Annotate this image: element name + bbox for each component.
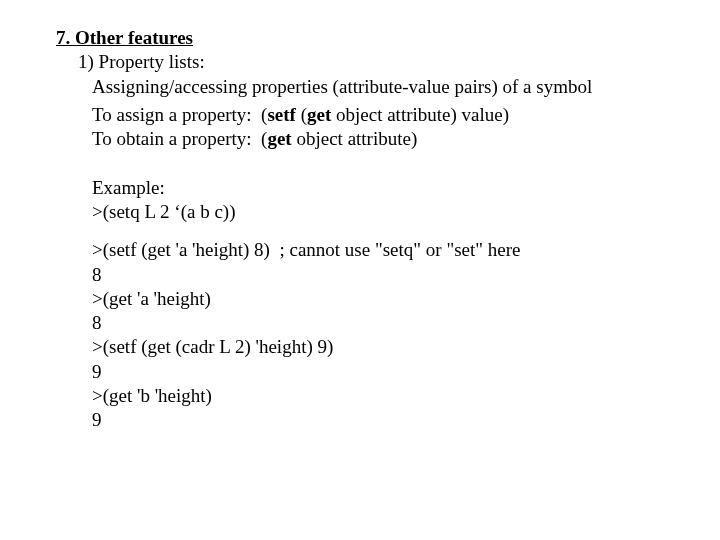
item-title: 1) Property lists: [56, 50, 720, 74]
example-l6: >(setf (get (cadr L 2) 'height) 9) [56, 335, 720, 359]
assign-line: To assign a property: (setf (get object … [56, 103, 720, 127]
obtain-suffix: object attribute) [292, 128, 418, 149]
assign-prefix: To assign a property: ( [92, 104, 267, 125]
assign-mid: ( [296, 104, 307, 125]
obtain-get: get [267, 128, 291, 149]
example-l4: >(get 'a 'height) [56, 287, 720, 311]
example-l9: 9 [56, 408, 720, 432]
page-body: 7. Other features 1) Property lists: Ass… [0, 0, 720, 433]
item-desc: Assigning/accessing properties (attribut… [56, 75, 720, 99]
example-l7: 9 [56, 360, 720, 384]
example-label: Example: [56, 176, 720, 200]
obtain-line: To obtain a property: (get object attrib… [56, 127, 720, 151]
example-l1: >(setq L 2 ‘(a b c)) [56, 200, 720, 224]
section-heading-text: 7. Other features [56, 27, 193, 48]
section-heading: 7. Other features [56, 26, 720, 50]
assign-get: get [307, 104, 331, 125]
obtain-prefix: To obtain a property: ( [92, 128, 267, 149]
assign-setf: setf [267, 104, 295, 125]
assign-suffix: object attribute) value) [331, 104, 509, 125]
example-l5: 8 [56, 311, 720, 335]
example-l2: >(setf (get 'a 'height) 8) ; cannot use … [56, 238, 720, 262]
example-l3: 8 [56, 263, 720, 287]
example-l8: >(get 'b 'height) [56, 384, 720, 408]
